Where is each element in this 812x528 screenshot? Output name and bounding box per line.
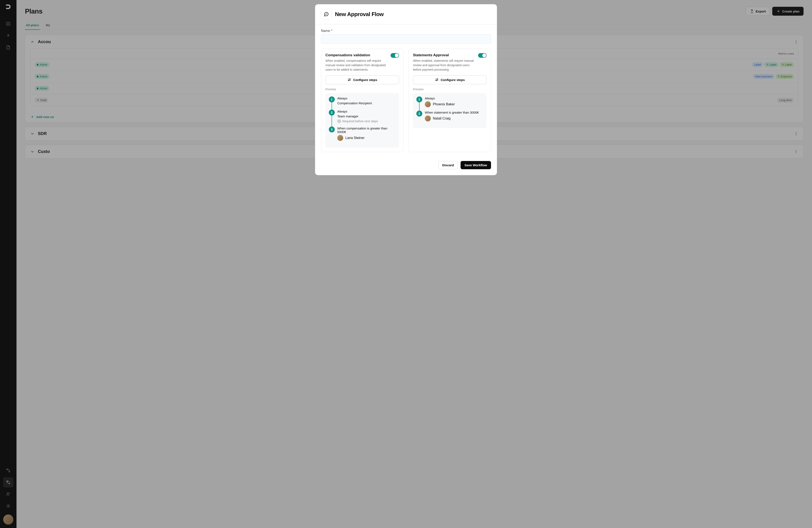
approval-step: 1 Always Compensation Recipient: [329, 97, 396, 110]
name-input[interactable]: [321, 34, 491, 44]
card-title: Statements Approval: [413, 53, 475, 57]
chat-check-icon: [324, 12, 329, 17]
statements-toggle[interactable]: [478, 53, 487, 58]
discard-button[interactable]: Discard: [438, 161, 458, 169]
modal-overlay: New Approval Flow Name * Compensations v…: [0, 0, 812, 528]
approver: Lana Steiner: [337, 135, 396, 141]
modal-title: New Approval Flow: [335, 11, 383, 17]
configure-steps-button[interactable]: Configure steps: [413, 75, 487, 84]
svg-point-17: [348, 80, 349, 81]
step-note: ✓Required before next steps: [337, 119, 396, 123]
avatar: [425, 115, 431, 122]
avatar: [425, 101, 431, 107]
preview-label: Preview: [413, 88, 487, 91]
step-number-badge: 1: [416, 97, 422, 102]
approval-step: 2 When statement is greater than 3000€ N…: [416, 111, 483, 125]
svg-point-18: [437, 79, 438, 79]
svg-point-19: [436, 80, 436, 81]
approver: Phoenix Baker: [425, 101, 483, 107]
svg-point-16: [350, 79, 350, 79]
step-number-badge: 1: [329, 97, 335, 102]
step-number-badge: 2: [416, 111, 422, 117]
preview-label: Preview: [325, 88, 399, 91]
card-description: When enabled, compensations will require…: [325, 59, 387, 72]
configure-steps-button[interactable]: Configure steps: [325, 75, 399, 84]
name-field-label: Name *: [321, 29, 491, 33]
step-role: Team manager: [337, 114, 396, 118]
check-icon: ✓: [337, 119, 341, 123]
approver: Natali Craig: [425, 115, 483, 122]
step-condition: Always: [337, 110, 396, 113]
step-condition: When compensation is greater than 5000€: [337, 127, 396, 134]
approval-flow-modal: New Approval Flow Name * Compensations v…: [315, 4, 497, 175]
compensation-toggle[interactable]: [391, 53, 399, 58]
card-title: Compensations validation: [325, 53, 387, 57]
step-role: Compensation Recipient: [337, 101, 396, 105]
statements-approval-card: Statements Approval When enabled, statem…: [408, 49, 491, 152]
approval-step: 1 Always Phoenix Baker: [416, 97, 483, 111]
approval-step: 3 When compensation is greater than 5000…: [329, 127, 396, 144]
preview-panel: 1 Always Compensation Recipient 2 Always…: [325, 93, 399, 148]
card-description: When enabled, statements will require ma…: [413, 59, 475, 72]
step-number-badge: 2: [329, 110, 335, 115]
modal-icon: [321, 9, 332, 19]
approval-step: 2 Always Team manager ✓Required before n…: [329, 110, 396, 127]
step-condition: Always: [337, 97, 396, 100]
save-workflow-button[interactable]: Save Workflow: [461, 161, 491, 169]
avatar: [337, 135, 343, 141]
step-condition: When statement is greater than 3000€: [425, 111, 483, 114]
preview-panel: 1 Always Phoenix Baker 2 When statement …: [413, 93, 487, 128]
compensation-validation-card: Compensations validation When enabled, c…: [321, 49, 404, 152]
step-number-badge: 3: [329, 127, 335, 132]
sliders-icon: [435, 77, 439, 82]
step-condition: Always: [425, 97, 483, 100]
sliders-icon: [347, 77, 351, 82]
